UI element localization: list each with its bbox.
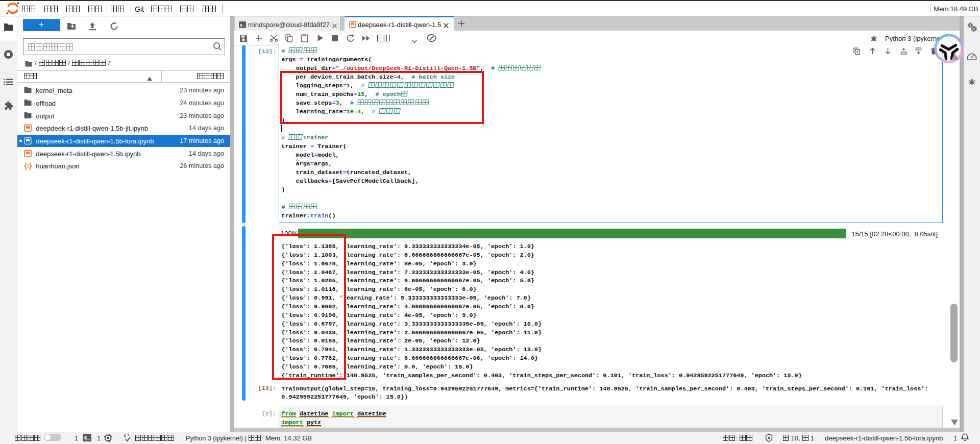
svg-text:$_: $_: [240, 23, 245, 28]
svg-text:$_: $_: [84, 435, 90, 441]
